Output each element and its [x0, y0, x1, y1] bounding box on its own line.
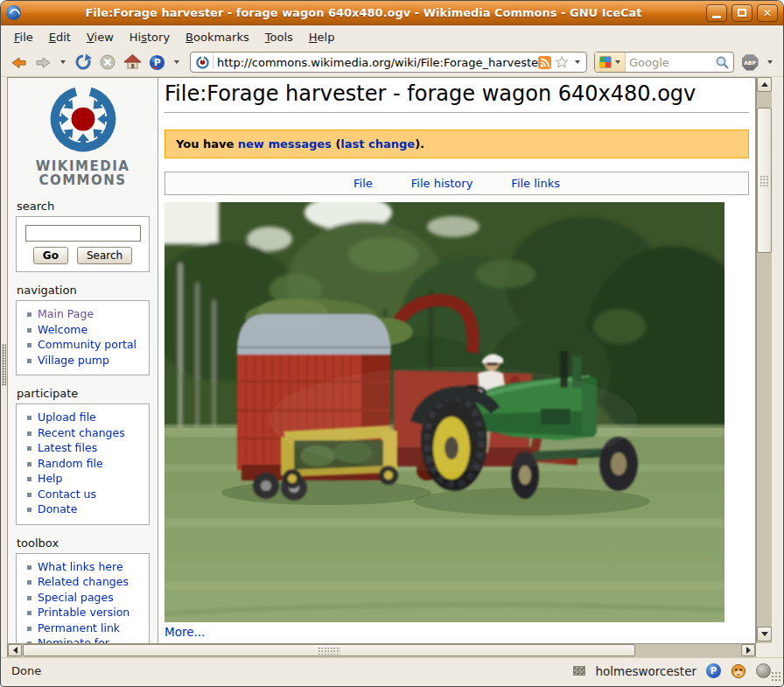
- window-left-frame: [1, 77, 7, 643]
- home-button[interactable]: [122, 51, 143, 74]
- minimize-button[interactable]: [706, 4, 727, 22]
- banner-text: (: [332, 137, 340, 151]
- sidebar-resize-grip[interactable]: [2, 344, 6, 386]
- sidebar-link-special-pages[interactable]: Special pages: [38, 591, 114, 604]
- back-button[interactable]: [8, 51, 29, 74]
- sidebar-link-welcome[interactable]: Welcome: [38, 323, 88, 336]
- sidebar-link-help[interactable]: Help: [38, 472, 63, 485]
- list-item: Village pump: [27, 353, 146, 368]
- url-dropdown[interactable]: [572, 55, 583, 69]
- new-messages-link[interactable]: new messages: [238, 137, 332, 151]
- more-link[interactable]: More...: [164, 625, 205, 639]
- sidebar-heading-search: search: [17, 200, 150, 213]
- sidebar-link-upload-file[interactable]: Upload file: [38, 410, 96, 424]
- scroll-right-button[interactable]: [741, 644, 755, 656]
- minimize-icon: [712, 16, 721, 18]
- menubar: FileEditViewHistoryBookmarksToolsHelp: [1, 25, 783, 48]
- list-item: Welcome: [27, 322, 146, 338]
- sidebar-link-latest-files[interactable]: Latest files: [38, 441, 97, 454]
- url-bar[interactable]: [190, 52, 587, 73]
- tab-file-history[interactable]: File history: [411, 177, 473, 190]
- video-frame-image[interactable]: [164, 202, 724, 622]
- logo-text-line2: COMMONS: [16, 174, 150, 188]
- sidebar-link-community-portal[interactable]: Community portal: [38, 338, 136, 351]
- adblock-button[interactable]: ABP: [739, 51, 760, 74]
- tab-file[interactable]: File: [354, 177, 373, 190]
- sidebar-link-donate[interactable]: Donate: [38, 502, 77, 515]
- horizontal-scrollbar[interactable]: [7, 643, 756, 657]
- proxy-button[interactable]: P: [146, 51, 167, 74]
- stop-button[interactable]: [97, 51, 118, 74]
- sidebar-link-related-changes[interactable]: Related changes: [38, 575, 129, 588]
- forward-button[interactable]: [32, 51, 53, 74]
- list-item: Related changes: [27, 574, 146, 590]
- web-page: WIKIMEDIA COMMONS search Go Search navig…: [7, 77, 756, 643]
- rss-feed-icon[interactable]: [538, 56, 551, 69]
- search-engine-selector[interactable]: [595, 53, 626, 72]
- vertical-scrollbar-thumb[interactable]: [757, 108, 772, 253]
- sidebar-box-participate: Upload fileRecent changesLatest filesRan…: [16, 403, 150, 525]
- scrollbar-grip: [760, 175, 769, 186]
- arrow-left-icon: [13, 647, 18, 654]
- list-item: Nominate for deletion: [27, 635, 146, 643]
- sidebar-link-nominate-for-deletion[interactable]: Nominate for deletion: [38, 636, 109, 643]
- sidebar-link-recent-changes[interactable]: Recent changes: [38, 426, 125, 439]
- scroll-down-button[interactable]: [757, 627, 772, 641]
- reload-icon: [74, 53, 92, 71]
- status-pattern-icon[interactable]: [573, 666, 585, 676]
- url-input[interactable]: [217, 56, 538, 69]
- sidebar-link-main-page[interactable]: Main Page: [38, 307, 94, 320]
- file-tabs: FileFile historyFile links: [164, 172, 749, 195]
- sidebar-box-toolbox: What links hereRelated changesSpecial pa…: [16, 553, 150, 644]
- sidebar-link-what-links-here[interactable]: What links here: [38, 560, 123, 573]
- bookmark-star-icon[interactable]: [555, 55, 569, 69]
- toolbar-overflow-dropdown[interactable]: [764, 51, 776, 74]
- window-resize-grip[interactable]: [771, 671, 781, 682]
- arrow-up-icon: [761, 82, 768, 87]
- menu-edit[interactable]: Edit: [41, 27, 79, 47]
- search-button[interactable]: Search: [77, 247, 132, 264]
- sidebar-link-village-pump[interactable]: Village pump: [38, 354, 109, 367]
- menu-view[interactable]: View: [79, 27, 122, 47]
- vertical-scrollbar[interactable]: [756, 77, 772, 643]
- wikimedia-commons-logo-icon: [49, 85, 117, 153]
- sidebar-search-input[interactable]: [25, 225, 141, 242]
- list-item: Random file: [27, 456, 146, 472]
- menu-history[interactable]: History: [122, 27, 178, 47]
- window-title: File:Forage harvester - forage wagon 640…: [21, 6, 706, 19]
- sidebar-link-printable-version[interactable]: Printable version: [38, 606, 130, 619]
- maximize-button[interactable]: [732, 4, 752, 22]
- go-button[interactable]: Go: [33, 247, 68, 264]
- last-change-link[interactable]: last change: [340, 137, 415, 151]
- search-magnifier-icon[interactable]: [715, 55, 730, 70]
- titlebar[interactable]: File:Forage harvester - forage wagon 640…: [1, 1, 783, 25]
- horizontal-scrollbar-thumb[interactable]: [23, 644, 635, 656]
- proxy-status-icon[interactable]: P: [706, 663, 721, 678]
- close-button[interactable]: ✕: [757, 4, 778, 22]
- arrow-right-icon: [746, 647, 751, 654]
- search-bar[interactable]: [594, 52, 734, 73]
- tab-file-links[interactable]: File links: [511, 177, 560, 190]
- scrollbar-corner: [756, 643, 783, 657]
- proxy-icon: P: [149, 54, 165, 71]
- divider: [213, 55, 214, 69]
- history-dropdown[interactable]: [57, 51, 69, 74]
- sidebar-link-permanent-link[interactable]: Permanent link: [38, 621, 120, 634]
- web-search-input[interactable]: [626, 56, 715, 69]
- statusbar: Done holmesworcester P: [1, 657, 783, 683]
- extension-status-icon[interactable]: [756, 663, 771, 678]
- chevron-down-icon: [767, 60, 773, 64]
- reload-button[interactable]: [73, 51, 94, 74]
- menu-help[interactable]: Help: [301, 27, 343, 47]
- maximize-icon: [738, 9, 746, 17]
- proxy-dropdown[interactable]: [171, 51, 183, 74]
- greasemonkey-icon[interactable]: [731, 663, 746, 679]
- scroll-up-button[interactable]: [757, 77, 772, 92]
- menu-tools[interactable]: Tools: [257, 27, 301, 47]
- sidebar-link-random-file[interactable]: Random file: [38, 457, 103, 470]
- menu-file[interactable]: File: [6, 27, 41, 47]
- menu-bookmarks[interactable]: Bookmarks: [178, 27, 257, 47]
- site-logo[interactable]: WIKIMEDIA COMMONS: [16, 85, 150, 188]
- scroll-left-button[interactable]: [8, 644, 22, 656]
- sidebar-link-contact-us[interactable]: Contact us: [38, 487, 96, 501]
